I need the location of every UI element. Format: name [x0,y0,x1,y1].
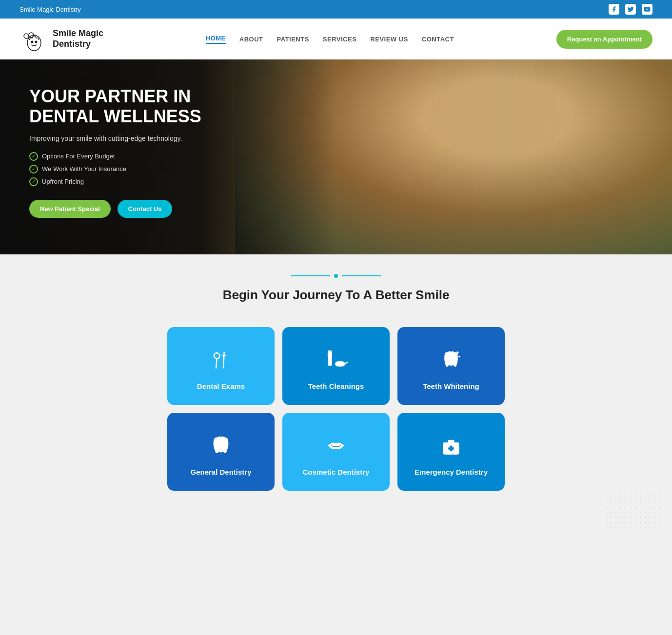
services-grid: Dental Exams Teeth Cleani [0,327,672,515]
service-label-emergency-dentistry: Emergency Dentistry [415,468,488,476]
service-label-dental-exams: Dental Exams [197,382,245,390]
site-name: Smile Magic Dentistry [20,6,81,13]
nav-about[interactable]: ABOUT [239,36,263,43]
hero-subtitle: Improving your smile with cutting-edge t… [29,135,224,142]
services-section: Begin Your Journey To A Better Smile Den… [0,254,672,535]
youtube-icon[interactable] [642,4,652,15]
emergency-dentistry-icon [436,432,466,461]
service-label-cosmetic-dentistry: Cosmetic Dentistry [303,468,370,476]
svg-point-3 [35,41,38,43]
top-bar: Smile Magic Dentistry [0,0,672,19]
twitter-icon[interactable] [625,4,636,15]
divider [291,274,381,278]
nav-services[interactable]: SERVICES [323,36,357,43]
service-card-teeth-whitening[interactable]: Teeth Whitening [397,327,505,405]
svg-rect-23 [448,440,454,443]
logo[interactable]: Smile Magic Dentistry [20,24,103,54]
svg-line-17 [345,362,347,364]
service-label-general-dentistry: General Dentistry [190,468,251,476]
svg-point-7 [214,353,220,359]
logo-text: Smile Magic Dentistry [53,28,103,49]
new-patient-special-button[interactable]: New Patient Special [29,200,111,218]
contact-us-button[interactable]: Contact Us [118,200,173,218]
service-card-emergency-dentistry[interactable]: Emergency Dentistry [397,413,505,491]
teeth-cleaning-icon [321,346,351,375]
divider-line-right [342,275,381,276]
logo-icon [20,24,49,54]
check-icon-2 [29,165,38,173]
section-title: Begin Your Journey To A Better Smile [223,288,450,303]
nav-home[interactable]: HOME [206,35,226,44]
hero-feature-2: We Work With Your Insurance [29,165,224,173]
hero-title: YOUR PARTNER IN DENTAL WELLNESS [29,86,224,127]
facebook-icon[interactable] [609,4,619,15]
social-icons [609,4,652,15]
service-card-cosmetic-dentistry[interactable]: Cosmetic Dentistry [282,413,390,491]
svg-point-2 [31,41,34,43]
divider-line-left [291,275,330,276]
teeth-whitening-icon [436,346,466,375]
nav-contact[interactable]: CONTACT [422,36,454,43]
svg-point-4 [24,34,29,38]
cosmetic-dentistry-icon [321,432,351,461]
svg-rect-16 [335,361,345,366]
service-card-dental-exams[interactable]: Dental Exams [167,327,275,405]
hero-features: Options For Every Budget We Work With Yo… [29,152,224,186]
svg-rect-26 [448,447,454,449]
hero-feature-3: Upfront Pricing [29,177,224,186]
dental-exam-icon [206,346,236,375]
header: Smile Magic Dentistry HOME ABOUT PATIENT… [0,19,672,59]
service-label-teeth-cleanings: Teeth Cleanings [308,382,364,390]
divider-dot [334,274,338,278]
check-icon-3 [29,177,38,186]
divider-section: Begin Your Journey To A Better Smile [0,254,672,327]
svg-line-8 [216,358,217,367]
request-appointment-button[interactable]: Request an Appointment [556,30,652,49]
service-label-teeth-whitening: Teeth Whitening [423,382,479,390]
hero-feature-1: Options For Every Budget [29,152,224,161]
check-icon-1 [29,152,38,161]
dot-pattern [604,491,662,530]
service-card-teeth-cleanings[interactable]: Teeth Cleanings [282,327,390,405]
nav-review-us[interactable]: REVIEW US [370,36,408,43]
hero-section: YOUR PARTNER IN DENTAL WELLNESS Improvin… [0,59,672,254]
nav-patients[interactable]: PATIENTS [277,36,309,43]
general-dentistry-icon [206,432,236,461]
hero-buttons: New Patient Special Contact Us [29,200,224,218]
main-nav: HOME ABOUT PATIENTS SERVICES REVIEW US C… [206,35,454,44]
hero-content: YOUR PARTNER IN DENTAL WELLNESS Improvin… [0,59,254,245]
service-card-general-dentistry[interactable]: General Dentistry [167,413,275,491]
